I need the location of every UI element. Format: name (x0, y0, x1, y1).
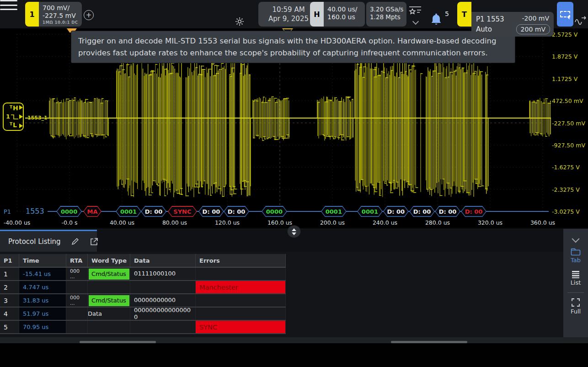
cell-word-type (88, 281, 130, 293)
table-row[interactable]: 1-15.41 us000 ...Cmd/Status01111000100 (0, 268, 286, 281)
protocol-listing-tab[interactable]: Protocol Listing (0, 230, 97, 252)
table-row[interactable]: 570.95 usSYNC (0, 321, 286, 334)
acquisition-settings[interactable]: 3.20 GSa/s 1.28 Mpts (366, 2, 406, 27)
cell-time: 4.747 us (19, 281, 66, 293)
column-header[interactable]: P1 (0, 254, 19, 267)
timebase-scale: 40.00 us/ (327, 5, 361, 13)
channel1-scale: 700 mV/ (43, 4, 78, 12)
column-header[interactable]: Data (130, 254, 196, 267)
badge-low-label: L (13, 121, 17, 129)
trigger-button[interactable]: T (457, 2, 471, 27)
tooltip: Trigger on and decode MIL-STD 1553 seria… (71, 31, 515, 63)
open-window-icon[interactable] (90, 237, 99, 246)
time-tick-label: 200.0 us (320, 219, 345, 226)
waveform-source-label: 1553_1 (27, 115, 48, 121)
cell-errors: SYNC (196, 321, 286, 333)
cell-word-type: Cmd/Status (88, 268, 130, 280)
column-header[interactable]: Time (19, 254, 66, 267)
zoom-select-button[interactable] (557, 2, 573, 27)
decode-bubble: MA (83, 206, 102, 217)
decode-bus-name: 1553 (26, 207, 44, 216)
cell-index: 4 (0, 308, 19, 320)
decode-bubble: D: 00 (409, 206, 435, 217)
favorites-chevron-icon (412, 18, 419, 25)
table-row[interactable]: 24.747 usManchester (0, 281, 286, 294)
column-header[interactable]: Word Type (88, 254, 130, 267)
clock-date: Apr 9, 2025 (268, 14, 309, 23)
trigger-settings[interactable]: P1 1553 Auto -200 mV 200 mV (471, 12, 554, 37)
brightness-icon[interactable] (234, 9, 245, 34)
minimized-tab-handle[interactable] (391, 341, 467, 343)
channel1-settings[interactable]: 700 mV/ -227.5 mV 1MΩ 10.0:1 DC (39, 2, 82, 27)
cell-word-type (88, 321, 130, 333)
cell-errors (196, 294, 286, 307)
voltage-tick-label: 1.1725 V (552, 75, 577, 82)
decode-bubble: 0000 (56, 206, 82, 217)
cell-data: 000000000000000 0 (130, 308, 196, 320)
decode-track[interactable]: P1 1553 0000MA0001D: 00SYNCD: 00D: 00000… (0, 205, 551, 219)
run-waveform-icon[interactable] (574, 8, 587, 33)
time-tick-label: -0.0 s (62, 219, 78, 226)
cell-index: 1 (0, 268, 19, 280)
voltage-tick-label: 1.8725 V (552, 53, 577, 60)
timebase-delay: 160.0 us (327, 13, 361, 21)
decode-bubble: D: 00 (383, 206, 409, 217)
panel-tabstrip: Protocol Listing (0, 230, 563, 252)
column-header[interactable]: Errors (196, 254, 286, 267)
favorites-menu-button[interactable] (408, 5, 423, 30)
trigger-level-badge[interactable]: T H 1 T L (3, 103, 24, 131)
list-view-label: List (571, 279, 581, 286)
time-tick-label: 280.0 us (425, 219, 450, 226)
time-tick-label: 120.0 us (215, 219, 240, 226)
cell-errors: Manchester (196, 281, 286, 293)
horizontal-button[interactable]: H (310, 2, 324, 27)
view-list-button[interactable]: List (571, 270, 581, 286)
cell-data: 01111000100 (130, 268, 196, 280)
decode-bubble: 0001 (321, 206, 347, 217)
trigger-source: P1 1553 (476, 15, 504, 23)
badge-high-label: H (13, 104, 18, 112)
minimized-tab-handle[interactable] (80, 341, 156, 343)
time-tick-label: 240.0 us (373, 219, 397, 226)
panel-resize-handle[interactable] (287, 225, 301, 238)
decode-bubble: 0001 (116, 206, 141, 217)
panel-title: Protocol Listing (8, 237, 61, 246)
memory-depth: 1.28 Mpts (370, 13, 403, 21)
voltage-tick-label: -227.50 mV (552, 119, 585, 126)
table-row[interactable]: 451.97 usData000000000000000 0 (0, 308, 286, 321)
cell-index: 5 (0, 321, 19, 333)
add-channel-icon[interactable]: + (84, 10, 94, 20)
trigger-lower-level[interactable]: 200 mV (516, 24, 550, 34)
cell-data: 00000000000 (130, 294, 196, 307)
cell-time: 31.83 us (19, 294, 66, 307)
decode-bus-label: P1 (4, 208, 11, 215)
cell-errors (196, 268, 286, 280)
badge-channel: 1 (6, 113, 10, 120)
channel1-button[interactable]: 1 (25, 2, 39, 27)
panel-side-toolbar: Tab List Full (563, 229, 588, 337)
view-full-button[interactable]: Full (571, 298, 581, 315)
word-type-badge: Cmd/Status (89, 269, 129, 280)
top-toolbar: 1 700 mV/ -227.5 mV 1MΩ 10.0:1 DC + 10:5… (0, 0, 588, 28)
column-header[interactable]: RTA (66, 254, 88, 267)
favorites-star-icon (408, 5, 422, 16)
voltage-tick-label: -1.6275 V (552, 164, 580, 171)
main-menu-button[interactable] (0, 0, 17, 10)
voltage-tick-label: -927.50 mV (552, 142, 585, 149)
edit-icon[interactable] (71, 237, 80, 246)
sample-rate: 3.20 GSa/s (370, 5, 403, 13)
notifications-bell-icon[interactable] (430, 7, 443, 32)
badge-t-low: T (10, 122, 12, 126)
table-row[interactable]: 331.83 us000 ...Cmd/Status00000000000 (0, 294, 286, 308)
bottom-dock (0, 343, 588, 367)
horizontal-settings[interactable]: 40.00 us/ 160.0 us (324, 2, 365, 27)
collapse-panel-icon[interactable] (572, 235, 580, 243)
clock-time: 10:59 AM (272, 5, 305, 14)
trigger-mode: Auto (476, 25, 492, 33)
tooltip-text: Trigger on and decode MIL-STD 1553 seria… (78, 37, 496, 57)
cell-rta: 000 ... (66, 268, 88, 280)
time-tick-label: -40.00 us (4, 219, 31, 226)
protocol-table: P1TimeRTAWord TypeDataErrors 1-15.41 us0… (0, 254, 286, 334)
view-tab-button[interactable]: Tab (571, 248, 581, 264)
decode-bubble: D: 00 (224, 206, 249, 217)
